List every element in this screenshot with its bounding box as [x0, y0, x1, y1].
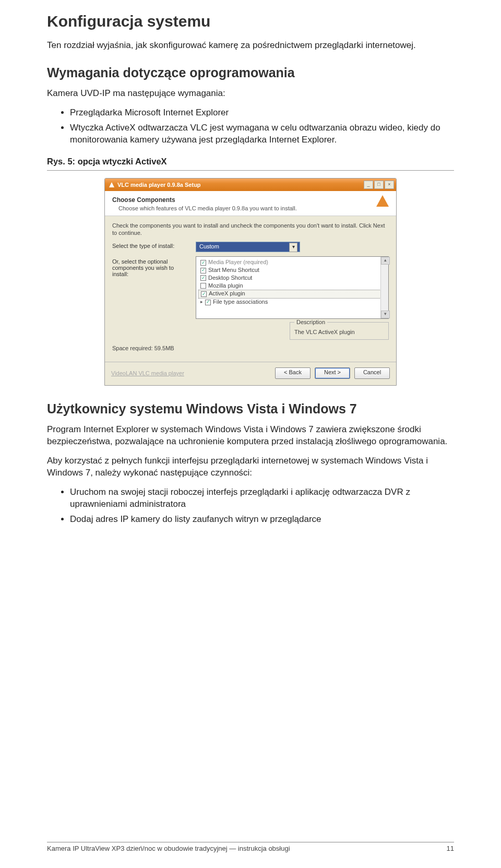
- back-button[interactable]: < Back: [275, 367, 311, 379]
- component-label: Mozilla plugin: [208, 282, 243, 290]
- list-item: Desktop Shortcut: [198, 275, 386, 282]
- instruction-text: Check the components you want to install…: [112, 222, 389, 237]
- next-button[interactable]: Next >: [315, 367, 350, 379]
- minimize-icon[interactable]: _: [364, 181, 373, 189]
- maximize-icon[interactable]: □: [374, 181, 384, 189]
- checkbox-icon[interactable]: [200, 268, 206, 274]
- list-item: ▸ File type associations: [198, 299, 386, 306]
- checkbox-icon: [200, 260, 206, 266]
- footer-page-number: 11: [447, 845, 454, 852]
- install-type-dropdown[interactable]: Custom: [196, 242, 300, 252]
- expand-icon[interactable]: ▸: [200, 299, 203, 305]
- checkbox-icon[interactable]: [200, 275, 206, 281]
- optional-components-label: Or, select the optional components you w…: [112, 256, 190, 319]
- list-item: Start Menu Shortcut: [198, 267, 386, 275]
- component-label: ActiveX plugin: [209, 290, 245, 298]
- checkbox-icon[interactable]: [200, 283, 206, 289]
- components-listbox[interactable]: Media Player (required) Start Menu Short…: [196, 256, 389, 319]
- req-item: Wtyczka ActiveX odtwarzacza VLC jest wym…: [70, 122, 454, 146]
- vlc-cone-icon: [376, 195, 389, 207]
- description-text: The VLC ActiveX plugin: [294, 329, 355, 335]
- figure-caption: Rys. 5: opcja wtyczki ActiveX: [47, 156, 454, 167]
- checkbox-icon[interactable]: [205, 300, 211, 305]
- checkbox-icon[interactable]: [201, 291, 207, 297]
- page-footer: Kamera IP UltraView XP3 dzień/noc w obud…: [47, 842, 454, 852]
- vista-paragraph-2: Aby korzystać z pełnych funkcji interfej…: [47, 455, 454, 479]
- installer-header: Choose Components Choose which features …: [105, 191, 396, 216]
- list-item: ActiveX plugin: [198, 290, 386, 299]
- install-type-label: Select the type of install:: [112, 242, 190, 249]
- caption-divider: [47, 170, 454, 171]
- header-subtitle: Choose which features of VLC media playe…: [118, 205, 389, 211]
- scrollbar[interactable]: [380, 257, 388, 318]
- heading-vista: Użytkownicy systemu Windows Vista i Wind…: [47, 401, 454, 417]
- req-intro: Kamera UVD-IP ma następujące wymagania:: [47, 88, 454, 100]
- component-label: Start Menu Shortcut: [208, 267, 259, 274]
- component-label: Desktop Shortcut: [208, 275, 252, 282]
- heading-wymagania: Wymagania dotyczące oprogramowania: [47, 65, 454, 80]
- vista-item: Uruchom na swojej stacji roboczej interf…: [70, 486, 454, 510]
- close-icon[interactable]: ×: [385, 181, 394, 189]
- vlc-cone-icon: [109, 182, 114, 187]
- titlebar-text: VLC media player 0.9.8a Setup: [117, 182, 361, 188]
- req-list: Przeglądarka Microsoft Internet Explorer…: [47, 107, 454, 146]
- vista-paragraph-1: Program Internet Explorer w systemach Wi…: [47, 424, 454, 448]
- component-label: Media Player (required): [208, 259, 268, 266]
- installer-window: VLC media player 0.9.8a Setup _ □ × Choo…: [104, 178, 397, 386]
- vista-list: Uruchom na swojej stacji roboczej interf…: [47, 486, 454, 526]
- list-item: Media Player (required): [198, 259, 386, 267]
- description-legend: Description: [294, 319, 327, 325]
- space-required: Space required: 59.5MB: [112, 345, 389, 351]
- cancel-button[interactable]: Cancel: [354, 367, 390, 379]
- req-item: Przeglądarka Microsoft Internet Explorer: [70, 107, 454, 119]
- brand-link[interactable]: VideoLAN VLC media player: [111, 370, 271, 376]
- vista-item: Dodaj adres IP kamery do listy zaufanych…: [70, 514, 454, 526]
- description-box: Description The VLC ActiveX plugin: [290, 322, 389, 340]
- titlebar: VLC media player 0.9.8a Setup _ □ ×: [105, 179, 396, 191]
- footer-left: Kamera IP UltraView XP3 dzień/noc w obud…: [47, 845, 290, 852]
- list-item: Mozilla plugin: [198, 282, 386, 290]
- intro-paragraph: Ten rozdział wyjaśnia, jak skonfigurować…: [47, 40, 454, 52]
- heading-konfiguracja: Konfiguracja systemu: [47, 13, 454, 30]
- header-title: Choose Components: [112, 196, 389, 204]
- component-label: File type associations: [213, 299, 268, 306]
